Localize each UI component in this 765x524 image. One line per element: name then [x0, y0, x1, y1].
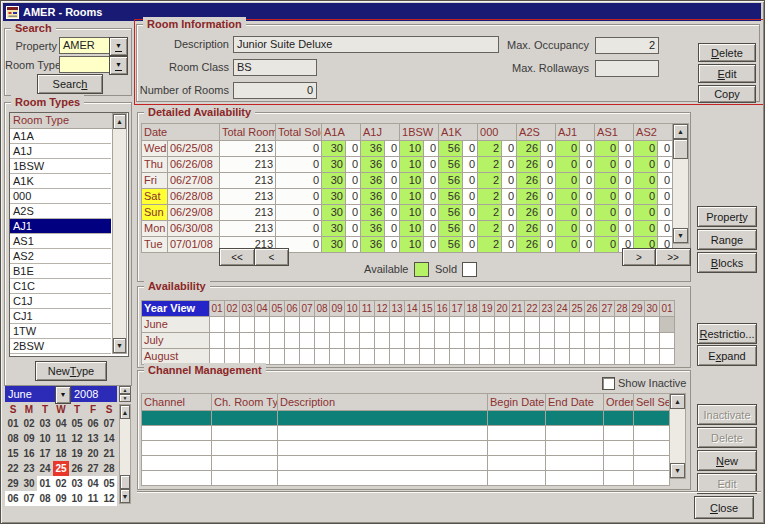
- new-channel-button[interactable]: New: [697, 450, 757, 471]
- scroll-down-icon[interactable]: ▼: [120, 489, 130, 503]
- cal-day[interactable]: 08: [37, 491, 53, 506]
- show-inactive-checkbox[interactable]: [602, 377, 615, 390]
- copy-room-button[interactable]: Copy: [698, 85, 756, 103]
- cal-day[interactable]: 06: [5, 491, 21, 506]
- cal-day[interactable]: 10: [37, 431, 53, 446]
- ch-row[interactable]: [142, 426, 670, 441]
- room-type-item[interactable]: A1J: [10, 144, 111, 159]
- room-type-item[interactable]: C1C: [10, 279, 111, 294]
- cal-day[interactable]: 07: [101, 416, 117, 431]
- cal-day[interactable]: 09: [53, 491, 69, 506]
- cal-day[interactable]: 16: [21, 446, 37, 461]
- cal-day[interactable]: 02: [53, 476, 69, 491]
- close-button[interactable]: Close: [694, 496, 754, 519]
- ch-row[interactable]: [142, 411, 670, 426]
- cal-day[interactable]: 09: [21, 431, 37, 446]
- room-type-item[interactable]: 1BSW: [10, 159, 111, 174]
- scrollbar-track[interactable]: [120, 419, 130, 475]
- cal-day[interactable]: 03: [37, 416, 53, 431]
- room-type-item[interactable]: B1E: [10, 264, 111, 279]
- room-type-dropdown-button[interactable]: ▼: [109, 56, 128, 75]
- cal-day[interactable]: 11: [85, 491, 101, 506]
- room-type-item[interactable]: C1J: [10, 294, 111, 309]
- room-type-item[interactable]: AJ1: [10, 219, 111, 234]
- cal-day[interactable]: 07: [21, 491, 37, 506]
- blocks-button[interactable]: Blocks: [697, 252, 757, 273]
- room-type-item[interactable]: A1A: [10, 129, 111, 144]
- room-type-item[interactable]: 1TW: [10, 324, 111, 339]
- scrollbar-track[interactable]: [670, 409, 685, 463]
- spin-down-icon[interactable]: ▼: [119, 394, 131, 402]
- range-button[interactable]: Range: [697, 229, 757, 250]
- property-button[interactable]: Property: [697, 206, 757, 227]
- room-type-item[interactable]: CJ1: [10, 309, 111, 324]
- cal-day[interactable]: 11: [53, 431, 69, 446]
- cal-day[interactable]: 15: [5, 446, 21, 461]
- restrictions-button[interactable]: Restrictio...: [697, 323, 757, 344]
- cal-day[interactable]: 10: [69, 491, 85, 506]
- scroll-up-icon[interactable]: ▲: [670, 394, 685, 409]
- cal-day[interactable]: 02: [21, 416, 37, 431]
- cal-day[interactable]: 29: [5, 476, 21, 491]
- room-type-item[interactable]: AS2: [10, 249, 111, 264]
- cal-day[interactable]: 03: [69, 476, 85, 491]
- scroll-down-icon[interactable]: ▼: [670, 463, 685, 478]
- scroll-up-icon[interactable]: ▲: [673, 124, 688, 139]
- room-type-field[interactable]: [59, 56, 111, 73]
- calendar-year-spinner[interactable]: ▲ ▼: [119, 386, 131, 402]
- cal-day[interactable]: 01: [37, 476, 53, 491]
- cal-day[interactable]: 01: [5, 416, 21, 431]
- scrollbar-track[interactable]: [113, 129, 126, 338]
- cal-day[interactable]: 25: [53, 461, 69, 476]
- cal-day[interactable]: 22: [5, 461, 21, 476]
- channel-scrollbar[interactable]: ▲ ▼: [669, 393, 686, 479]
- ch-row[interactable]: [142, 471, 670, 486]
- cal-day[interactable]: 18: [53, 446, 69, 461]
- edit-room-button[interactable]: Edit: [698, 64, 756, 83]
- ch-row[interactable]: [142, 441, 670, 456]
- scroll-down-icon[interactable]: ▼: [673, 228, 688, 243]
- property-dropdown-button[interactable]: ▼: [109, 37, 128, 56]
- room-type-item[interactable]: AS1: [10, 234, 111, 249]
- ch-row[interactable]: [142, 456, 670, 471]
- scrollbar-thumb[interactable]: [120, 475, 130, 489]
- room-type-scrollbar[interactable]: ▲ ▼: [112, 113, 127, 354]
- scroll-up-icon[interactable]: ▲: [120, 405, 130, 419]
- scrollbar-thumb[interactable]: [673, 139, 688, 159]
- cal-day[interactable]: 05: [101, 476, 117, 491]
- cal-day[interactable]: 12: [101, 491, 117, 506]
- page-first-button[interactable]: <<: [219, 248, 255, 266]
- cal-day[interactable]: 06: [85, 416, 101, 431]
- cal-day[interactable]: 12: [69, 431, 85, 446]
- cal-day[interactable]: 23: [21, 461, 37, 476]
- cal-day[interactable]: 14: [101, 431, 117, 446]
- calendar-scrollbar[interactable]: ▲ ▼: [119, 404, 131, 504]
- room-type-item[interactable]: 2BSW: [10, 339, 111, 354]
- spin-up-icon[interactable]: ▲: [119, 386, 131, 394]
- cal-day[interactable]: 21: [101, 446, 117, 461]
- cal-day[interactable]: 30: [21, 476, 37, 491]
- cal-day[interactable]: 13: [85, 431, 101, 446]
- room-type-item[interactable]: 000: [10, 189, 111, 204]
- cal-day[interactable]: 17: [37, 446, 53, 461]
- page-prev-button[interactable]: <: [254, 248, 289, 266]
- scroll-down-icon[interactable]: ▼: [113, 338, 126, 353]
- expand-button[interactable]: Expand: [697, 345, 757, 366]
- scrollbar-track[interactable]: [673, 159, 688, 228]
- cal-day[interactable]: 20: [85, 446, 101, 461]
- detailed-availability-scrollbar[interactable]: ▲ ▼: [672, 123, 689, 244]
- cal-day[interactable]: 08: [5, 431, 21, 446]
- room-type-item[interactable]: A2S: [10, 204, 111, 219]
- cal-day[interactable]: 26: [69, 461, 85, 476]
- delete-room-button[interactable]: Delete: [698, 43, 756, 62]
- page-next-button[interactable]: >: [622, 248, 656, 266]
- calendar-month-dropdown-button[interactable]: ▼: [55, 386, 71, 404]
- search-button[interactable]: Search: [37, 74, 103, 94]
- cal-day[interactable]: 04: [85, 476, 101, 491]
- new-type-button[interactable]: New Type: [35, 361, 107, 381]
- room-type-item[interactable]: A1K: [10, 174, 111, 189]
- calendar-month-select[interactable]: June: [5, 386, 55, 402]
- calendar-year-field[interactable]: 2008: [71, 386, 117, 402]
- scroll-up-icon[interactable]: ▲: [113, 114, 126, 129]
- page-last-button[interactable]: >>: [655, 248, 691, 266]
